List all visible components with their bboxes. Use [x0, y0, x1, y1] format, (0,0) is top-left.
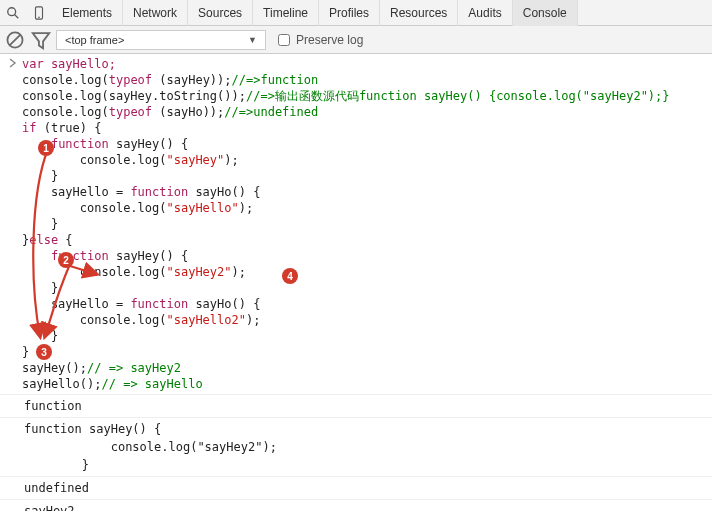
annotation-badge-1: 1 [38, 140, 54, 156]
frame-select[interactable]: <top frame> ▼ [56, 30, 266, 50]
devtools-tabs: Elements Network Sources Timeline Profil… [52, 0, 578, 26]
annotation-badge-2: 2 [58, 252, 74, 268]
console-input-code[interactable]: var sayHello; console.log(typeof (sayHey… [22, 56, 670, 392]
console-output-3: undefined [0, 477, 712, 500]
frame-select-label: <top frame> [65, 34, 124, 46]
svg-point-0 [8, 7, 16, 15]
console-input-entry: var sayHello; console.log(typeof (sayHey… [0, 54, 712, 395]
console-subbar: <top frame> ▼ Preserve log [0, 26, 712, 54]
devtools-toolbar: Elements Network Sources Timeline Profil… [0, 0, 712, 26]
annotation-badge-4: 4 [282, 268, 298, 284]
preserve-log[interactable]: Preserve log [278, 33, 363, 47]
tab-console[interactable]: Console [513, 0, 578, 26]
svg-point-3 [38, 16, 40, 18]
svg-marker-6 [33, 33, 50, 48]
console-body: 1 2 3 4 var sayHello; console.log(typeof… [0, 54, 712, 511]
clear-console-icon[interactable] [4, 29, 26, 51]
tab-sources[interactable]: Sources [188, 0, 253, 26]
filter-icon[interactable] [30, 29, 52, 51]
input-chevron-icon [4, 56, 22, 68]
tab-audits[interactable]: Audits [458, 0, 512, 26]
tab-network[interactable]: Network [123, 0, 188, 26]
svg-line-5 [10, 34, 20, 44]
tab-resources[interactable]: Resources [380, 0, 458, 26]
tab-timeline[interactable]: Timeline [253, 0, 319, 26]
tab-profiles[interactable]: Profiles [319, 0, 380, 26]
device-icon[interactable] [26, 0, 52, 26]
console-output-2: function sayHey() { console.log("sayHey2… [0, 418, 712, 477]
preserve-log-checkbox[interactable] [278, 34, 290, 46]
console-output-4: sayHey2 [0, 500, 712, 511]
console-output-1: function [0, 395, 712, 418]
svg-line-1 [15, 14, 19, 18]
dropdown-triangle-icon: ▼ [248, 35, 257, 45]
preserve-log-label: Preserve log [296, 33, 363, 47]
annotation-badge-3: 3 [36, 344, 52, 360]
search-icon[interactable] [0, 0, 26, 26]
tab-elements[interactable]: Elements [52, 0, 123, 26]
